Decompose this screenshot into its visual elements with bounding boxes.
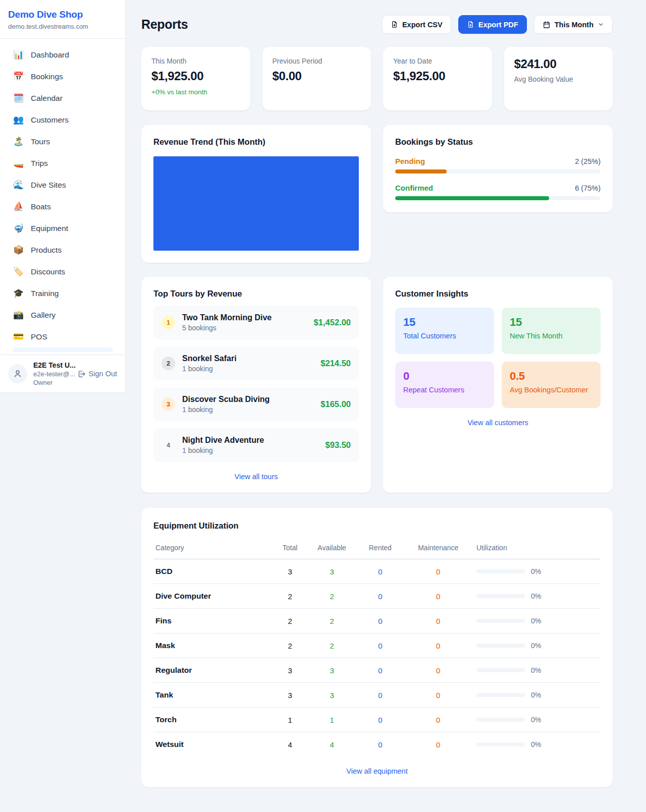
sidebar-item-customers[interactable]: 👥 Customers [6,109,119,131]
tour-name: Two Tank Morning Dive [182,313,307,322]
equipment-utilization-card: Equipment Utilization Category Total Ava… [141,508,613,787]
tour-revenue: $214.50 [320,359,351,368]
table-row: Dive Computer 2 2 0 0 0% [153,584,601,609]
tour-row[interactable]: 2 Snorkel Safari 1 booking $214.50 [153,346,359,380]
rank-badge: 4 [162,438,175,452]
sidebar-item-boats[interactable]: ⛵ Boats [6,196,119,217]
stats-row: This Month $1,925.00 +0% vs last month P… [141,47,613,110]
spiral-calendar-icon: 🗓️ [13,94,23,102]
page-title: Reports [141,17,188,32]
sidebar-item-gallery[interactable]: 📸 Gallery [6,304,119,326]
utilization-bar [476,644,525,648]
shop-name: Demo Dive Shop [8,9,115,20]
graduation-cap-icon: 🎓 [13,289,23,298]
sidebar-item-trips[interactable]: 🚤 Trips [6,152,119,174]
user-role: Owner [33,379,71,386]
sidebar-item-tours[interactable]: 🏝️ Tours [6,131,119,152]
stat-delta: +0% vs last month [151,88,240,96]
sailboat-icon: ⛵ [13,202,23,211]
view-all-customers-link[interactable]: View all customers [395,419,601,427]
brand: Demo Dive Shop demo.test.divestreams.com [0,0,125,39]
bookings-by-status-title: Bookings by Status [395,137,601,147]
tour-row[interactable]: 1 Two Tank Morning Dive 5 bookings $1,45… [153,306,359,339]
calendar-icon: 📅 [13,72,23,81]
table-row: Regulator 3 3 0 0 0% [153,658,601,683]
utilization-bar [476,569,525,573]
chevron-down-icon [598,21,604,28]
dive-mask-icon: 🤿 [13,224,23,233]
wave-icon: 🌊 [13,181,23,189]
insight-repeat-customers: 0 Repeat Customers [395,362,494,408]
file-icon [467,21,474,28]
top-tours-card: Top Tours by Revenue 1 Two Tank Morning … [141,277,371,493]
utilization-bar [476,594,525,598]
pending-count: 2 (25%) [575,157,601,165]
page-header: Reports Export CSV Export PDF This Month [141,15,613,34]
utilization-bar [476,668,525,672]
mid-row: Top Tours by Revenue 1 Two Tank Morning … [141,277,613,493]
speedboat-icon: 🚤 [13,159,23,167]
stat-card-this-month: This Month $1,925.00 +0% vs last month [141,47,250,110]
sidebar-item-equipment[interactable]: 🤿 Equipment [6,217,119,239]
table-row: Tank 3 3 0 0 0% [153,683,601,708]
utilization-bar [476,619,525,623]
confirmed-label: Confirmed [395,184,433,192]
bookings-by-status-card: Bookings by Status Pending 2 (25%) Confi… [383,125,613,212]
tour-name: Night Dive Adventure [182,436,318,445]
export-pdf-button[interactable]: Export PDF [458,15,527,34]
tour-bookings: 1 booking [182,446,318,454]
table-row: Mask 2 2 0 0 0% [153,633,601,658]
insight-total-customers: 15 Total Customers [395,308,494,354]
stat-card-previous-period: Previous Period $0.00 [262,47,371,110]
rank-badge: 3 [162,397,175,411]
charts-row: Revenue Trend (This Month) Bookings by S… [141,125,613,263]
confirmed-bar-fill [395,196,549,200]
credit-card-icon: 💳 [13,332,23,341]
user-name: E2E Test U... [33,361,71,369]
sidebar-item-training[interactable]: 🎓 Training [6,282,119,304]
utilization-bar [476,718,525,722]
sidebar: Demo Dive Shop demo.test.divestreams.com… [0,0,126,393]
tour-row[interactable]: 3 Discover Scuba Diving 1 booking $165.0… [153,387,359,421]
sidebar-item-calendar[interactable]: 🗓️ Calendar [6,87,119,109]
view-all-equipment-link[interactable]: View all equipment [153,767,601,775]
sidebar-item-bookings[interactable]: 📅 Bookings [6,66,119,87]
tour-bookings: 1 booking [182,365,313,373]
avatar [8,364,27,383]
bar-chart-icon: 📊 [13,50,23,59]
sidebar-nav: 📊 Dashboard 📅 Bookings 🗓️ Calendar 👥 Cus… [0,39,125,352]
tour-name: Snorkel Safari [182,354,313,363]
camera-icon: 📸 [13,311,23,319]
top-tours-title: Top Tours by Revenue [153,289,359,299]
user-email: e2e-tester@... [33,370,71,378]
tour-name: Discover Scuba Diving [182,395,313,404]
tour-revenue: $93.50 [326,440,351,450]
file-icon [391,21,398,28]
tour-bookings: 5 bookings [182,324,307,332]
customer-insights-title: Customer Insights [395,289,601,299]
table-row: Fins 2 2 0 0 0% [153,609,601,633]
revenue-trend-title: Revenue Trend (This Month) [153,137,359,147]
shop-domain: demo.test.divestreams.com [8,23,115,30]
sidebar-item-pos[interactable]: 💳 POS [6,326,119,347]
status-row: Confirmed 6 (75%) [395,184,601,192]
tour-bookings: 1 booking [182,405,313,414]
sidebar-item-products[interactable]: 📦 Products [6,239,119,261]
sidebar-item-reports-partial[interactable] [12,347,113,352]
rank-badge: 1 [162,316,175,329]
export-csv-button[interactable]: Export CSV [382,15,451,34]
insight-new-this-month: 15 New This Month [502,308,601,354]
sidebar-item-dashboard[interactable]: 📊 Dashboard [6,44,119,66]
pending-bar-fill [395,169,447,173]
table-row: BCD 3 3 0 0 0% [153,559,601,584]
header-actions: Export CSV Export PDF This Month [382,15,613,34]
status-row: Pending 2 (25%) [395,157,601,165]
period-select[interactable]: This Month [534,15,613,34]
tour-revenue: $165.00 [320,399,351,409]
sign-out-button[interactable]: Sign Out [77,370,118,378]
view-all-tours-link[interactable]: View all tours [153,473,359,481]
sidebar-item-discounts[interactable]: 🏷️ Discounts [6,261,119,282]
tour-row[interactable]: 4 Night Dive Adventure 1 booking $93.50 [153,428,359,462]
equipment-utilization-title: Equipment Utilization [153,521,601,531]
sidebar-item-dive-sites[interactable]: 🌊 Dive Sites [6,174,119,196]
